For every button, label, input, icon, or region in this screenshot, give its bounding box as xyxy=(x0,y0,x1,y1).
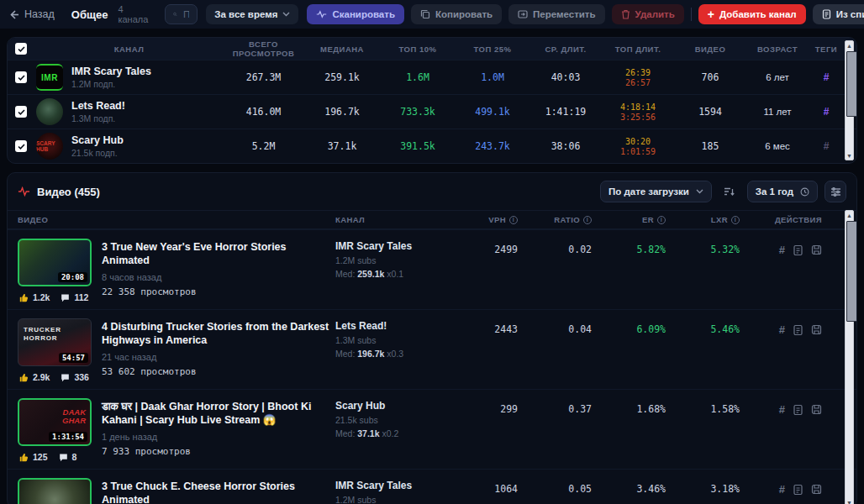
scroll-down-arrow[interactable]: ▼ xyxy=(846,498,853,504)
script-action-button[interactable] xyxy=(793,484,803,496)
video-duration-badge: 1:31:54 xyxy=(49,432,87,442)
comment-icon xyxy=(59,453,68,462)
video-channel-name[interactable]: IMR Scary Tales xyxy=(335,240,461,252)
scan-button[interactable]: Сканировать xyxy=(307,4,404,24)
median-value: 259.1k xyxy=(303,71,381,83)
tags-action-button[interactable]: # xyxy=(779,483,785,496)
video-title[interactable]: 3 True Chuck E. Cheese Horror Stories An… xyxy=(102,480,335,504)
col-ratio[interactable]: RATIO xyxy=(554,215,580,224)
channel-row[interactable]: IMR IMR Scary Tales 1.2M подп. 267.3M 25… xyxy=(8,60,856,94)
search-input[interactable] xyxy=(183,9,189,19)
scrollbar-thumb[interactable] xyxy=(846,221,857,322)
save-action-button[interactable] xyxy=(811,324,822,335)
col-top-duration[interactable]: ТОП ДЛИТ. xyxy=(601,45,675,54)
scroll-down-arrow[interactable]: ▼ xyxy=(846,151,853,160)
channel-row[interactable]: Lets Read! 1.3M подп. 416.0M 196.7k 733.… xyxy=(8,94,856,129)
col-video-channel[interactable]: КАНАЛ xyxy=(335,215,461,224)
tags-hash-icon[interactable]: # xyxy=(809,71,843,83)
row-checkbox[interactable] xyxy=(15,140,27,152)
video-row[interactable]: DAAK GHAR 1:31:54 125 8 डाक घर | Daak Gh… xyxy=(8,389,856,469)
info-icon[interactable]: i xyxy=(509,216,518,224)
chevron-down-icon xyxy=(282,12,290,17)
from-list-button[interactable]: Из списка xyxy=(813,4,864,24)
col-vph[interactable]: VPH xyxy=(488,215,506,224)
col-total-views[interactable]: ВСЕГО ПРОСМОТРОВ xyxy=(224,39,303,58)
videos-scrollbar[interactable]: ▲ ▼ xyxy=(845,210,854,504)
row-checkbox[interactable] xyxy=(15,106,27,118)
channel-name[interactable]: IMR Scary Tales xyxy=(71,66,151,77)
tags-action-button[interactable]: # xyxy=(779,403,785,416)
top-duration-value: 30:20 1:01:59 xyxy=(601,137,675,156)
add-channel-button[interactable]: + Добавить канал xyxy=(698,4,806,24)
sort-dropdown[interactable]: По дате загрузки xyxy=(600,181,712,202)
tags-hash-icon[interactable]: # xyxy=(809,140,843,152)
video-thumbnail[interactable]: TRUCKER HORROR 54:57 xyxy=(18,318,92,366)
plus-icon: + xyxy=(708,8,714,20)
channels-scrollbar[interactable]: ▲ ▼ xyxy=(845,40,854,160)
script-action-button[interactable] xyxy=(793,244,803,256)
lxr-value: 3.18% xyxy=(681,478,755,495)
video-title[interactable]: डाक घर | Daak Ghar Horror Story | Bhoot … xyxy=(102,400,335,428)
info-icon[interactable]: i xyxy=(731,216,740,224)
script-action-button[interactable] xyxy=(793,404,803,416)
info-icon[interactable]: i xyxy=(657,216,666,224)
col-channel[interactable]: КАНАЛ xyxy=(34,45,224,54)
activity-icon xyxy=(18,186,30,197)
top10-value: 391.5k xyxy=(381,140,455,152)
col-median[interactable]: МЕДИАНА xyxy=(303,45,381,54)
channel-name[interactable]: Scary Hub xyxy=(71,134,124,146)
period-label: За 1 год xyxy=(756,186,793,197)
col-video[interactable]: ВИДЕО xyxy=(8,215,335,224)
video-channel-name[interactable]: Lets Read! xyxy=(335,320,461,332)
video-thumbnail[interactable]: DAAK GHAR 1:31:54 xyxy=(18,398,92,446)
col-er[interactable]: ER xyxy=(642,215,654,224)
col-top10[interactable]: ТОП 10% xyxy=(381,45,455,54)
scroll-up-arrow[interactable]: ▲ xyxy=(846,41,853,50)
videos-header: Видео (455) По дате загрузки За 1 год xyxy=(8,173,856,210)
video-title[interactable]: 3 True New Year's Eve Horror Stories Ani… xyxy=(102,240,335,268)
copy-button[interactable]: Копировать xyxy=(411,4,502,24)
save-action-button[interactable] xyxy=(811,244,822,255)
channel-name[interactable]: Lets Read! xyxy=(71,100,125,112)
channel-subscribers: 21.5k подп. xyxy=(71,148,124,158)
col-tags[interactable]: ТЕГИ xyxy=(809,45,843,54)
tags-action-button[interactable]: # xyxy=(779,244,785,256)
row-checkbox[interactable] xyxy=(15,71,27,83)
time-filter-dropdown[interactable]: За все время xyxy=(206,4,298,24)
col-age[interactable]: ВОЗРАСТ xyxy=(745,45,809,54)
thumbnail-text: DAAK GHAR xyxy=(54,408,86,426)
sort-direction-button[interactable] xyxy=(719,181,740,202)
scrollbar-thumb[interactable] xyxy=(846,51,857,117)
total-views-value: 5.2M xyxy=(224,140,303,152)
video-channel-name[interactable]: IMR Scary Tales xyxy=(335,480,461,491)
col-avg-duration[interactable]: СР. ДЛИТ. xyxy=(530,45,601,54)
save-action-button[interactable] xyxy=(811,484,822,495)
video-channel-name[interactable]: Scary Hub xyxy=(335,400,461,412)
video-title[interactable]: 4 Disturbing Trucker Stories from the Da… xyxy=(102,320,335,348)
delete-button[interactable]: Удалить xyxy=(612,4,684,24)
video-row[interactable]: 19:27 1.9k 169 3 True Chuck E. Cheese Ho… xyxy=(8,469,856,504)
video-row[interactable]: TRUCKER HORROR 54:57 2.9k 336 4 Disturbi… xyxy=(8,309,856,389)
period-dropdown[interactable]: За 1 год xyxy=(747,181,818,202)
script-action-button[interactable] xyxy=(793,324,803,336)
back-button[interactable]: Назад xyxy=(8,8,55,20)
col-lxr[interactable]: LXR xyxy=(711,215,728,224)
select-all-checkbox[interactable] xyxy=(15,43,27,55)
col-videos[interactable]: ВИДЕО xyxy=(675,45,745,54)
comments-count: 336 xyxy=(74,372,89,382)
channel-row[interactable]: SCARY HUB Scary Hub 21.5k подп. 5.2M 37.… xyxy=(8,129,856,163)
video-thumbnail[interactable]: 20:08 xyxy=(18,239,92,286)
median-value: 37.1k xyxy=(303,140,381,152)
column-settings-button[interactable] xyxy=(824,181,846,202)
save-action-button[interactable] xyxy=(811,404,822,415)
video-row[interactable]: 20:08 1.2k 112 3 True New Year's Eve Hor… xyxy=(8,229,856,309)
tags-action-button[interactable]: # xyxy=(779,323,785,336)
tags-hash-icon[interactable]: # xyxy=(809,106,843,118)
video-thumbnail[interactable]: 19:27 xyxy=(18,478,92,504)
col-top25[interactable]: ТОП 25% xyxy=(455,45,530,54)
move-button[interactable]: Переместить xyxy=(508,4,604,24)
copy-label: Копировать xyxy=(435,9,493,19)
channel-search[interactable] xyxy=(165,4,198,24)
scroll-up-arrow[interactable]: ▲ xyxy=(846,211,853,219)
info-icon[interactable]: i xyxy=(583,216,592,224)
